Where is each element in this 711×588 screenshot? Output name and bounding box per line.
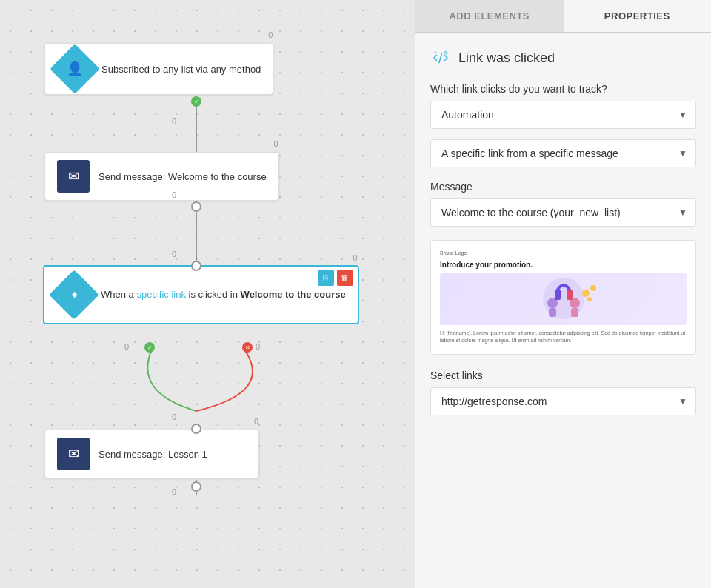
counter-2: 0	[172, 190, 176, 199]
counter-4b: 0	[172, 487, 176, 496]
connector-above-3	[191, 261, 201, 271]
panel-tabs: ADD ELEMENTS PROPERTIES	[415, 0, 711, 33]
counter-no-3: 0	[256, 342, 260, 351]
condition-node[interactable]: ⎘ 🗑 ✦ When a specific link is clicked in…	[43, 265, 359, 324]
counter-1: 0	[172, 117, 176, 126]
svg-point-11	[590, 285, 596, 291]
counter-4t: 0	[172, 412, 176, 421]
send-message-node-1[interactable]: ✉ Send message: Welcome to the course 0	[44, 152, 279, 201]
trigger-node[interactable]: 👤 Subscribed to any list via any method …	[44, 43, 273, 95]
connector-mid-2	[191, 201, 201, 212]
specific-link-select-wrapper[interactable]: A specific link from a specific message …	[430, 139, 696, 167]
counter-top-2: 0	[274, 139, 278, 148]
counter-yes-3: 0	[124, 342, 129, 351]
connector-yes-3: ✓	[144, 342, 155, 353]
delete-icon[interactable]: 🗑	[337, 270, 353, 286]
counter-top-3: 0	[353, 253, 358, 262]
email-preview: Brand Logo Introduce your promotion.	[430, 240, 696, 355]
trigger-icon: 👤	[50, 44, 100, 94]
preview-headline: Introduce your promotion.	[440, 260, 687, 270]
track-label: Which link clicks do you want to track?	[430, 83, 696, 95]
links-select[interactable]: http://getresponse.com	[430, 387, 696, 415]
send-message-label-2: Send message: Lesson 1	[99, 449, 207, 460]
links-label: Select links	[430, 370, 696, 381]
counter-3t: 0	[172, 250, 176, 258]
svg-point-10	[582, 290, 590, 297]
condition-icon: ✦	[49, 270, 99, 320]
automation-select-wrapper[interactable]: Automation ▼	[430, 101, 696, 129]
preview-body: Hi [firstname], Lorem ipsum dolor sit am…	[440, 330, 687, 345]
send-message-node-2[interactable]: ✉ Send message: Lesson 1 0	[44, 430, 259, 478]
svg-rect-14	[567, 290, 573, 300]
preview-image	[440, 273, 687, 325]
prop-title: Link was clicked	[458, 50, 555, 66]
svg-point-12	[587, 297, 592, 301]
properties-panel: Link was clicked Which link clicks do yo…	[415, 33, 711, 444]
connector-above-4	[191, 424, 201, 434]
copy-icon[interactable]: ⎘	[318, 270, 334, 286]
trigger-label: Subscribed to any list via any method	[101, 64, 261, 75]
email-icon-1: ✉	[57, 160, 90, 193]
specific-link-select[interactable]: A specific link from a specific message	[430, 139, 696, 167]
tab-properties[interactable]: PROPERTIES	[564, 0, 712, 32]
send-message-label-1: Send message: Welcome to the course	[99, 171, 267, 182]
svg-rect-13	[555, 290, 561, 300]
message-select-wrapper[interactable]: Welcome to the course (your_new_list) ▼	[430, 198, 696, 227]
connector-below-4	[191, 481, 201, 492]
connector-yes-1: ✓	[191, 96, 201, 107]
svg-point-3	[444, 51, 448, 55]
automation-canvas[interactable]: 👤 Subscribed to any list via any method …	[0, 0, 415, 588]
node-actions: ⎘ 🗑	[318, 270, 353, 286]
counter-top-1: 0	[268, 30, 273, 39]
svg-rect-7	[549, 308, 556, 317]
message-section: Message Welcome to the course (your_new_…	[430, 181, 696, 227]
links-section: Select links http://getresponse.com ▼	[430, 370, 696, 415]
connector-no-3: ✕	[242, 342, 253, 353]
counter-top-4: 0	[254, 417, 258, 426]
right-panel: ADD ELEMENTS PROPERTIES Link was clicked…	[415, 0, 711, 588]
prop-icon	[430, 47, 451, 68]
message-label: Message	[430, 181, 696, 193]
preview-brand: Brand Logo	[440, 250, 687, 257]
track-section: Which link clicks do you want to track? …	[430, 83, 696, 167]
links-select-wrapper[interactable]: http://getresponse.com ▼	[430, 387, 696, 415]
svg-rect-9	[571, 308, 578, 317]
tab-add-elements[interactable]: ADD ELEMENTS	[415, 0, 564, 32]
message-select[interactable]: Welcome to the course (your_new_list)	[430, 198, 696, 227]
email-icon-2: ✉	[57, 438, 90, 470]
automation-select[interactable]: Automation	[430, 101, 696, 129]
svg-point-4	[434, 51, 437, 54]
condition-label: When a specific link is clicked in Welco…	[101, 287, 346, 302]
prop-title-row: Link was clicked	[430, 47, 696, 68]
